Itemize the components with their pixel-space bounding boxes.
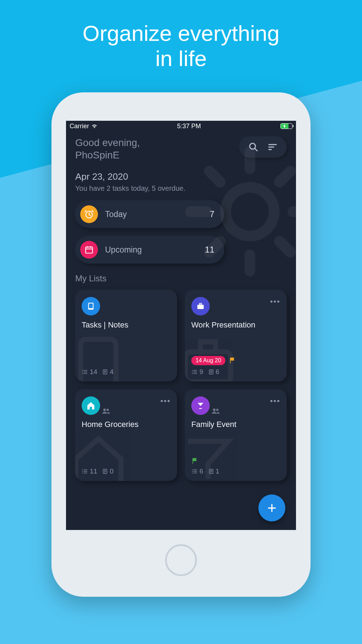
svg-rect-33 — [201, 342, 216, 352]
briefcase-icon — [191, 297, 210, 315]
battery-icon — [280, 123, 292, 129]
note-count: 1 — [208, 467, 220, 475]
plus-icon: + — [267, 499, 276, 517]
status-bar: Carrier 5:37 PM — [66, 121, 296, 130]
carrier-label: Carrier — [70, 123, 89, 130]
svg-line-7 — [209, 242, 220, 252]
note-count: 0 — [102, 467, 114, 475]
svg-point-63 — [192, 469, 193, 470]
phone-home-button[interactable] — [165, 544, 197, 576]
svg-line-5 — [209, 171, 220, 182]
flag-icon — [191, 458, 198, 465]
note-count: 4 — [102, 368, 114, 376]
note-icon — [82, 297, 100, 315]
task-count: 14 — [82, 368, 97, 376]
svg-point-0 — [226, 188, 274, 236]
shared-icon — [102, 408, 111, 414]
task-count: 11 — [82, 467, 97, 475]
sun-bg-icon — [182, 144, 296, 279]
svg-line-8 — [280, 171, 290, 182]
svg-point-53 — [82, 472, 83, 473]
list-card[interactable]: •••Family Event61 — [185, 389, 287, 481]
task-count: 9 — [191, 368, 203, 376]
marketing-headline: Organize everything in life — [0, 21, 362, 71]
svg-point-40 — [192, 372, 193, 372]
svg-point-51 — [82, 469, 83, 470]
card-title: Family Event — [191, 420, 280, 429]
cocktail-icon — [191, 396, 210, 415]
svg-point-47 — [106, 409, 109, 411]
add-button[interactable]: + — [258, 494, 285, 521]
task-count: 6 — [191, 467, 203, 475]
svg-point-41 — [192, 373, 193, 374]
svg-line-6 — [280, 242, 290, 252]
note-count: 6 — [208, 368, 220, 376]
card-more-button[interactable]: ••• — [270, 297, 280, 304]
svg-point-46 — [103, 408, 106, 411]
svg-point-25 — [82, 370, 83, 370]
shared-icon — [211, 408, 220, 414]
card-title: Home Groceries — [82, 420, 171, 429]
list-card[interactable]: •••Home Groceries110 — [75, 389, 177, 481]
card-title: Work Presentation — [191, 320, 280, 330]
svg-rect-15 — [86, 247, 93, 253]
list-card[interactable]: •••Work Presentation14 Aug 2096 — [185, 290, 287, 381]
svg-point-27 — [82, 373, 83, 374]
app-screen: Carrier 5:37 PM Good evening, PhoSpinE — [66, 121, 296, 530]
svg-point-64 — [192, 471, 193, 472]
svg-point-52 — [82, 471, 83, 472]
svg-point-26 — [82, 372, 83, 372]
flag-icon — [229, 357, 236, 364]
card-more-button[interactable]: ••• — [160, 396, 171, 404]
alarm-icon — [80, 205, 98, 223]
svg-point-59 — [216, 409, 219, 411]
wifi-icon — [91, 124, 98, 129]
svg-rect-35 — [199, 303, 202, 305]
phone-frame: Carrier 5:37 PM Good evening, PhoSpinE — [51, 92, 311, 597]
home-icon — [82, 396, 100, 415]
date-badge: 14 Aug 20 — [191, 356, 225, 365]
card-more-button[interactable]: ••• — [270, 396, 280, 404]
list-card[interactable]: Tasks | Notes144 — [75, 290, 177, 381]
svg-point-65 — [192, 472, 193, 473]
card-title: Tasks | Notes — [82, 320, 171, 330]
svg-point-39 — [192, 370, 193, 370]
svg-rect-34 — [197, 305, 204, 309]
calendar-icon — [80, 241, 98, 259]
svg-point-58 — [213, 408, 216, 411]
clock-label: 5:37 PM — [177, 123, 201, 130]
svg-rect-21 — [89, 303, 93, 308]
greeting-block: Good evening, PhoSpinE — [75, 136, 140, 161]
